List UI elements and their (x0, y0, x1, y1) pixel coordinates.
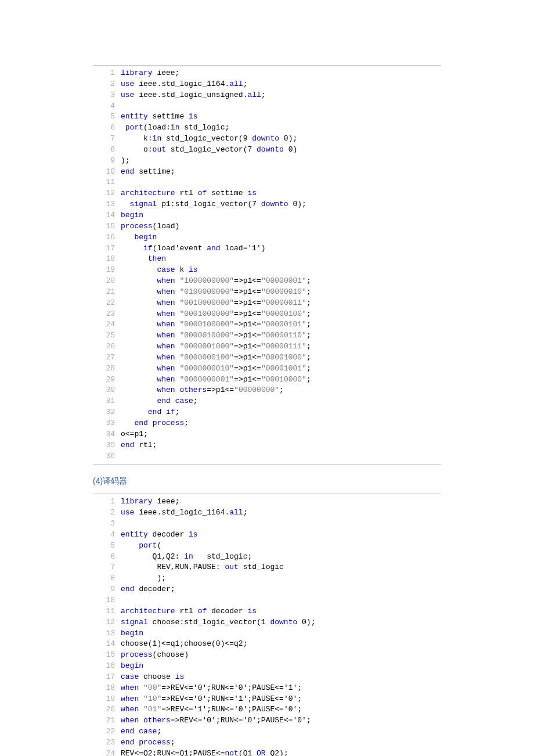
code-content: entity decoder is (121, 530, 198, 541)
line-number: 18 (93, 254, 121, 265)
code-line: 21 when "0100000000"=>p1<="00000010"; (93, 287, 441, 298)
code-line: 23end process; (93, 737, 441, 748)
code-content: end case; (121, 396, 198, 407)
code-content: o:out std_logic_vector(7 downto 0) (121, 145, 297, 156)
code-line: 30 when others=>p1<="00000000"; (93, 385, 441, 396)
code-content: when "0000100000"=>p1<="00000101"; (121, 319, 311, 330)
code-line: 18when "00"=>REV<='0';RUN<='0';PAUSE<='1… (93, 683, 441, 694)
code-line: 23 when "0001000000"=>p1<="00000100"; (93, 309, 441, 320)
line-number: 5 (93, 541, 121, 552)
code-line: 29 when "0000000001"=>p1<="00010000"; (93, 375, 441, 386)
line-number: 20 (93, 704, 121, 715)
code-content: o<=p1; (121, 429, 148, 440)
line-number: 35 (93, 440, 121, 451)
line-number: 31 (93, 396, 121, 407)
code-content: begin (121, 661, 143, 672)
code-line: 8 o:out std_logic_vector(7 downto 0) (93, 145, 441, 156)
line-number: 14 (93, 210, 121, 221)
code-line: 36 (93, 451, 441, 462)
code-line: 27 when "0000000100"=>p1<="00001000"; (93, 352, 441, 363)
code-line: 12signal choose:std_logic_vector(1 downt… (93, 617, 441, 628)
code-content: when "0000010000"=>p1<="00000110"; (121, 330, 311, 341)
line-number: 14 (93, 639, 121, 650)
line-number: 1 (93, 496, 121, 507)
code-content: end settime; (121, 167, 175, 178)
line-number: 29 (93, 375, 121, 386)
line-number: 10 (93, 595, 121, 606)
code-content: if(load'event and load='1') (121, 243, 266, 254)
line-number: 32 (93, 407, 121, 418)
code-content: case k is (121, 265, 198, 276)
code-content: begin (121, 210, 143, 221)
code-line: 31 end case; (93, 396, 441, 407)
line-number: 24 (93, 748, 121, 756)
code-line: 7 k:in std_logic_vector(9 downto 0); (93, 134, 441, 145)
code-content: begin (121, 232, 157, 243)
line-number: 18 (93, 683, 121, 694)
line-number: 21 (93, 715, 121, 726)
line-number: 10 (93, 167, 121, 178)
code-content: k:in std_logic_vector(9 downto 0); (121, 134, 297, 145)
code-content: when "10"=>REV<='0';RUN<='1';PAUSE<='0'; (121, 694, 302, 705)
code-content: when "0000000010"=>p1<="00001001"; (121, 363, 311, 375)
code-content: then (121, 254, 166, 265)
section-4-heading: (4)译码器 (93, 476, 441, 487)
code-content: port( (121, 541, 161, 552)
line-number: 21 (93, 287, 121, 298)
code-block-settime: 1library ieee;2use ieee.std_logic_1164.a… (93, 65, 441, 465)
code-line: 21when others=>REV<='0';RUN<='0';PAUSE<=… (93, 715, 441, 726)
code-content: port(load:in std_logic; (121, 123, 229, 134)
code-content: use ieee.std_logic_1164.all; (121, 507, 247, 519)
code-line: 10 (93, 595, 441, 606)
code-content: signal choose:std_logic_vector(1 downto … (121, 617, 315, 628)
code-content: begin (121, 628, 143, 639)
code-line: 19when "10"=>REV<='0';RUN<='1';PAUSE<='0… (93, 694, 441, 705)
code-line: 17 if(load'event and load='1') (93, 243, 441, 254)
line-number: 19 (93, 265, 121, 276)
code-line: 18 then (93, 254, 441, 265)
code-content: when "1000000000"=>p1<="00000001"; (121, 276, 311, 287)
line-number: 8 (93, 573, 121, 584)
code-line: 33 end process; (93, 418, 441, 429)
code-line: 25 when "0000010000"=>p1<="00000110"; (93, 330, 441, 341)
code-content: entity settime is (121, 111, 198, 123)
line-number: 24 (93, 319, 121, 330)
code-content: architecture rtl of settime is (121, 188, 257, 199)
code-content: when "0100000000"=>p1<="00000010"; (121, 287, 311, 298)
code-line: 1library ieee; (93, 68, 441, 79)
line-number: 1 (93, 68, 121, 79)
line-number: 28 (93, 363, 121, 375)
code-content: when others=>p1<="00000000"; (121, 385, 284, 396)
code-content: process(choose) (121, 650, 189, 661)
line-number: 33 (93, 418, 121, 429)
code-content: end case; (121, 726, 161, 737)
code-line: 4entity decoder is (93, 530, 441, 541)
line-number: 23 (93, 309, 121, 320)
line-number: 11 (93, 606, 121, 617)
code-line: 4 (93, 101, 441, 112)
code-block-decoder: 1library ieee;2use ieee.std_logic_1164.a… (93, 494, 441, 756)
code-content: end decoder; (121, 584, 175, 595)
code-line: 16 begin (93, 232, 441, 243)
code-line: 22end case; (93, 726, 441, 737)
code-line: 35end rtl; (93, 440, 441, 451)
line-number: 15 (93, 221, 121, 232)
code-content: architecture rtl of decoder is (121, 606, 257, 617)
code-content: when "01"=>REV<='1';RUN<='0';PAUSE<='0'; (121, 704, 302, 715)
code-line: 15process(load) (93, 221, 441, 232)
line-number: 25 (93, 330, 121, 341)
line-number: 16 (93, 232, 121, 243)
line-number: 22 (93, 726, 121, 737)
code-line: 26 when "0000001000"=>p1<="00000111"; (93, 341, 441, 352)
code-line: 6 Q1,Q2: in std_logic; (93, 552, 441, 563)
code-content: library ieee; (121, 496, 179, 507)
line-number: 2 (93, 507, 121, 519)
line-number: 4 (93, 530, 121, 541)
code-content: signal p1:std_logic_vector(7 downto 0); (121, 199, 306, 210)
line-number: 3 (93, 90, 121, 101)
code-line: 5entity settime is (93, 111, 441, 123)
code-content: when "0001000000"=>p1<="00000100"; (121, 309, 311, 320)
code-line: 11architecture rtl of decoder is (93, 606, 441, 617)
line-number: 15 (93, 650, 121, 661)
line-number: 34 (93, 429, 121, 440)
